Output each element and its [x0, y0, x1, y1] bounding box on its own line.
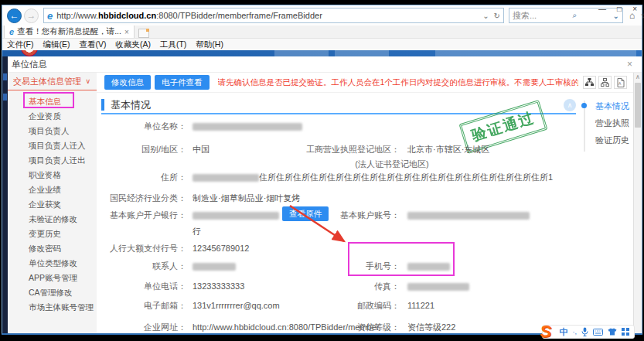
main-panel: 修改信息 电子件查看 请先确认信息是否已提交验证。工作人员会在1个工作日内对提交…	[97, 73, 633, 333]
autocomplete-caret-icon[interactable]: ⌄	[482, 12, 489, 20]
country-label: 国别/地区：	[97, 144, 186, 155]
scrollbar-thumb[interactable]	[635, 83, 641, 128]
address-bar[interactable]: e http://www.hbbidcloud.cn:8080/TPBidder…	[43, 8, 504, 23]
keyboard-icon[interactable]	[593, 329, 603, 336]
sidebar-item-performance[interactable]: 企业业绩	[2, 182, 97, 197]
org-chart-outline-icon[interactable]	[598, 76, 612, 89]
eview-button[interactable]: 电子件查看	[155, 75, 210, 90]
redacted-address	[193, 174, 259, 182]
redacted-fax	[407, 283, 469, 291]
svg-text:A: A	[618, 81, 622, 86]
tab-bar: e 查看！您有新消息提醒，请... ×	[2, 26, 642, 39]
url-text[interactable]: http://www.hbbidcloud.cn:8080/TPBidder/m…	[56, 11, 482, 20]
sidebar-item-pm-transfer-in[interactable]: 项目负责人迁入	[2, 138, 97, 153]
sidebar-item-unit-type-change[interactable]: 单位类型修改	[2, 256, 97, 271]
new-tab-button[interactable]	[138, 29, 149, 38]
bank-label: 基本账户开户银行：	[97, 210, 186, 221]
row-bank-cont: 行	[97, 224, 580, 238]
tab-title: 查看！您有新消息提醒，请...	[17, 26, 121, 37]
sidebar-group-header[interactable]: 交易主体信息管理 ∨	[2, 73, 97, 90]
microphone-icon[interactable]	[581, 327, 588, 336]
favorites-star-icon[interactable]: ☆	[640, 10, 644, 21]
menu-favorites[interactable]: 收藏夹(A)	[115, 39, 151, 50]
page-left-edge	[2, 56, 8, 333]
row-country-regarea: 国别/地区： 中国 工商营业执照登记地区： 北京市·市辖区·东城区	[97, 142, 580, 156]
website-label: 企业网址：	[97, 319, 186, 333]
ime-cursor-icon[interactable]: ·,	[573, 328, 578, 336]
sidebar-item-awards[interactable]: 企业获奖	[2, 197, 97, 212]
toolbox-grid-icon[interactable]	[622, 328, 629, 336]
ime-mode-chinese[interactable]: 中	[560, 326, 568, 338]
browser-window: — □ × ← → e http://www.hbbidcloud.cn:808…	[2, 5, 642, 335]
minimize-button[interactable]: —	[598, 5, 606, 14]
reg-area-value: 北京市·市辖区·东城区	[407, 144, 489, 155]
pdf-document-icon[interactable]: A	[614, 76, 627, 89]
row-bank-account: 基本账户开户银行： 查看原件 基本账户账号：	[97, 208, 580, 222]
section-accent-bar	[101, 99, 104, 111]
redacted-contact	[193, 263, 236, 271]
back-button[interactable]: ←	[7, 9, 22, 23]
sidebar-item-professional-qual[interactable]: 职业资格	[2, 168, 97, 182]
org-chart-filled-icon[interactable]	[583, 76, 596, 89]
refresh-icon[interactable]: ↻	[494, 12, 500, 20]
credit-label: 资信等级：	[291, 319, 400, 333]
email-label: 电子邮箱：	[97, 300, 186, 312]
vertical-scrollbar[interactable]: ∧	[633, 73, 642, 333]
sogou-logo-icon[interactable]: S	[540, 322, 552, 341]
redacted-account	[407, 212, 530, 220]
annotation-box-basic-info	[23, 92, 74, 108]
sidebar-item-qualification[interactable]: 企业资质	[2, 109, 97, 124]
country-value: 中国	[193, 144, 210, 155]
tab-close-icon[interactable]: ×	[124, 28, 129, 36]
anchor-basic-info[interactable]: 基本情况	[595, 101, 629, 118]
browser-tab[interactable]: e 查看！您有新消息提醒，请... ×	[4, 25, 135, 38]
sidebar-item-unverified-changes[interactable]: 未验证的修改	[2, 212, 97, 227]
sidebar-item-market-account[interactable]: 市场主体账号管理	[2, 300, 97, 315]
verification-warning-text: 请先确认信息是否已提交验证。工作人员会在1个工作日内对提交的信息进行审核。不需要…	[218, 77, 579, 88]
menu-edit[interactable]: 编辑(E)	[43, 39, 70, 50]
window-controls: — □ ×	[598, 5, 637, 14]
postcode-label: 邮政编码：	[291, 300, 400, 312]
ime-toolbar: S 中 ·,	[542, 325, 635, 339]
contact-label: 联系人：	[97, 261, 186, 272]
sidebar-item-ca-management[interactable]: CA管理修改	[2, 285, 97, 300]
anchor-verify-history[interactable]: 验证历史	[595, 135, 629, 152]
unit-info-modal: 单位信息 × 交易主体信息管理 ∨ 基本信息 企业资质 项目负责人 项目负责人迁…	[2, 56, 642, 333]
account-label: 基本账户账号：	[291, 210, 400, 221]
sidebar-item-project-manager[interactable]: 项目负责人	[2, 124, 97, 138]
address-label: 住所：	[97, 172, 186, 183]
industry-label: 国民经济行业分类：	[97, 193, 186, 204]
sidebar-item-app-account[interactable]: APP账号管理	[2, 271, 97, 285]
anchor-nav: 基本情况 营业执照 验证历史	[584, 101, 629, 152]
menu-view[interactable]: 查看(V)	[79, 39, 106, 50]
toolbar: 修改信息 电子件查看 请先确认信息是否已提交验证。工作人员会在1个工作日内对提交…	[97, 73, 633, 93]
close-window-button[interactable]: ×	[632, 5, 637, 14]
menu-tools[interactable]: 工具(T)	[160, 39, 186, 50]
unit-name-label: 单位名称：	[97, 121, 186, 132]
email-value: 131v1rrrrrrrer@qq.com	[193, 301, 280, 310]
row-website-credit: 企业网址： http://www.hbbidcloud.cn:8080/TPBi…	[97, 319, 580, 333]
pay-code-value: 123456789012	[193, 244, 249, 253]
search-icon[interactable]: ⌕	[573, 11, 578, 20]
tab-favicon: e	[9, 27, 14, 36]
menu-file[interactable]: 文件(F)	[7, 39, 33, 50]
collapse-section-button[interactable]: ∧	[564, 99, 576, 111]
modal-close-icon[interactable]: ×	[627, 59, 632, 70]
anchor-business-license[interactable]: 营业执照	[595, 118, 629, 135]
forward-button[interactable]: →	[24, 9, 39, 23]
section-title: 基本情况	[111, 98, 151, 112]
maximize-button[interactable]: □	[617, 5, 622, 14]
redacted-unit-name	[193, 123, 302, 131]
modify-info-button[interactable]: 修改信息	[104, 75, 151, 90]
sidebar-item-change-password[interactable]: 修改密码	[2, 241, 97, 256]
skin-shirt-icon[interactable]	[608, 328, 617, 336]
site-emblem-logo	[21, 50, 38, 56]
sidebar-item-pm-transfer-out[interactable]: 项目负责人迁出	[2, 153, 97, 168]
row-industry: 国民经济行业分类： 制造业·烟草制品业·烟叶复烤	[97, 191, 580, 205]
page-area: 单位信息 × 交易主体信息管理 ∨ 基本信息 企业资质 项目负责人 项目负责人迁…	[2, 50, 642, 333]
scroll-up-arrow[interactable]: ∧	[634, 73, 642, 82]
ie-page-icon: e	[47, 10, 53, 22]
menu-help[interactable]: 帮助(H)	[196, 39, 223, 50]
row-phone-fax: 单位电话： 13233333333 传真：	[97, 279, 580, 293]
sidebar-item-change-history[interactable]: 变更历史	[2, 227, 97, 241]
